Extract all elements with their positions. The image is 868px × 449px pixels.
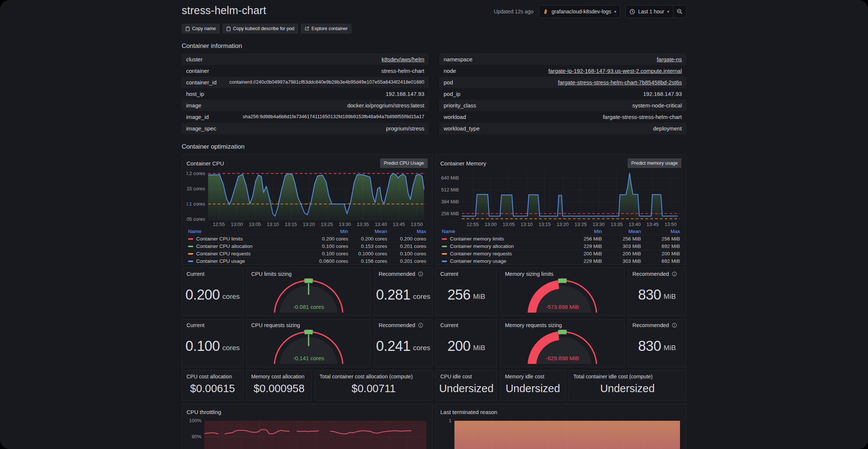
info-row: image_idsha256:9d98b4a6b6d1fe73461741116… [182, 111, 429, 123]
info-icon[interactable] [672, 323, 677, 328]
info-value-link[interactable]: k8sdev/aws/helm [214, 56, 424, 62]
stat-value: 0.200 [185, 287, 220, 303]
copy-kubectl-button[interactable]: Copy kubectl describe for pod [223, 24, 298, 33]
panel-title: Container Memory [440, 160, 486, 167]
svg-text:13:40: 13:40 [629, 222, 641, 227]
zoom-out-button[interactable] [673, 6, 686, 17]
legend-series-marker [188, 253, 193, 255]
clipboard-icon [226, 26, 231, 31]
info-value: 192.168.147.93 [472, 91, 682, 97]
panel-last-terminated-reason: Last terminated reason 1 [435, 404, 686, 449]
datasource-picker[interactable]: grafanacloud-k8sdev-logs ▾ [539, 5, 621, 18]
predict-cpu-usage-button[interactable]: Predict CPU Usage [380, 158, 428, 168]
legend-mean: 200 MiB [602, 251, 641, 256]
stat-title: Recommended [379, 322, 415, 328]
legend-series-toggle[interactable]: Container CPU usage [188, 258, 309, 264]
last-terminated-reason-chart: 1 [440, 416, 681, 449]
stat-value: Undersized [506, 382, 560, 395]
panel-cpu-idle-cost: CPU idle cost Undersized [435, 370, 497, 401]
info-icon[interactable] [418, 271, 423, 277]
stat-title: Total container cost allocation (compute… [320, 374, 413, 379]
svg-text:384 MiB: 384 MiB [441, 199, 459, 204]
panel-title: Container CPU [187, 160, 224, 167]
legend-max: 0.200 cores [387, 236, 426, 242]
svg-text:13:10: 13:10 [267, 222, 279, 227]
stat-value: 256 [447, 287, 470, 303]
gauge-title: Memory requests sizing [505, 322, 562, 328]
legend-series-marker [188, 246, 193, 247]
stat-title: CPU cost allocation [187, 374, 232, 379]
info-key: workload [444, 114, 466, 120]
svg-text:13:40: 13:40 [375, 222, 387, 227]
svg-text:100%: 100% [189, 418, 202, 423]
legend-header-cell: Max [641, 229, 680, 234]
info-key: container_id [186, 79, 217, 85]
time-range-button[interactable]: Last 1 hour ▾ [626, 6, 673, 17]
copy-name-button[interactable]: Copy name [182, 24, 220, 33]
info-row: pod_ip192.168.147.93 [439, 88, 686, 100]
info-value-link[interactable]: fargate-stress-stress-helm-chart-7b85458… [464, 79, 682, 85]
svg-text:12:55: 12:55 [467, 222, 479, 227]
info-value-link[interactable]: fargate-ns [484, 56, 682, 62]
section-container-information: Container information [182, 42, 686, 50]
gauge-title: CPU limits sizing [251, 271, 292, 277]
stat-unit: MiB [473, 344, 485, 352]
info-value: progrium/stress [227, 125, 424, 132]
stat-value: 830 [638, 338, 661, 354]
svg-text:13:45: 13:45 [647, 222, 659, 227]
panel-total-idle-cost: Total container idle cost (compute) Unde… [569, 370, 686, 401]
legend-series-toggle[interactable]: Container memory limits [442, 236, 563, 242]
legend-series-toggle[interactable]: Container CPU limits [188, 236, 309, 242]
chevron-down-icon: ▾ [614, 9, 616, 14]
legend-row: Container CPU requests0.100 cores0.1000 … [187, 250, 428, 257]
legend-series-toggle[interactable]: Container CPU requests [188, 251, 309, 256]
svg-text:1: 1 [449, 418, 451, 423]
legend-row: Container CPU limits0.200 cores0.200 cor… [187, 235, 428, 242]
info-value-link[interactable]: fargate-ip-192-168-147-93.us-west-2.comp… [467, 68, 682, 74]
legend-mean: 0.200 cores [348, 236, 387, 242]
stat-value: $0.00615 [190, 382, 235, 395]
memory-requests-gauge: -629.898 MiB [505, 328, 620, 364]
legend-header: NameMinMeanMax [440, 228, 681, 235]
info-row: clusterk8sdev/aws/helm [182, 54, 429, 65]
cpu-limits-gauge: -0.081 cores [251, 277, 366, 313]
info-icon[interactable] [418, 323, 423, 328]
panel-cpu-throttling: CPU throttling 100%80%60% [182, 404, 433, 449]
stat-value: 0.241 [376, 338, 411, 354]
info-value: deployment [491, 125, 682, 132]
stat-title: Recommended [632, 322, 669, 328]
stat-value: Undersized [600, 382, 655, 395]
legend-min: 0.200 cores [309, 236, 348, 242]
stat-title: Current [187, 271, 204, 277]
predict-memory-usage-button[interactable]: Predict memory usage [628, 158, 681, 168]
panel-cpu-limits-recommended: Recommended 0.281cores [374, 268, 433, 316]
datasource-label: grafanacloud-k8sdev-logs [552, 9, 611, 14]
legend-header-cell: Mean [602, 229, 641, 234]
stat-unit: cores [413, 293, 430, 301]
explore-container-button[interactable]: Explore container [301, 24, 351, 33]
svg-text:0.15 cores: 0.15 cores [187, 186, 205, 191]
legend-series-toggle[interactable]: Container memory usage [442, 258, 563, 264]
legend-min: 229 MiB [563, 243, 602, 249]
legend-series-marker [442, 238, 447, 240]
legend-series-toggle[interactable]: Container memory requests [442, 251, 563, 256]
time-range-label: Last 1 hour [638, 9, 664, 14]
copy-name-label: Copy name [192, 26, 216, 31]
legend-mean: 0.153 cores [348, 243, 387, 249]
info-row: workloadfargate-stress-stress-helm-chart [439, 111, 686, 123]
svg-text:13:10: 13:10 [521, 222, 533, 227]
info-key: container [186, 68, 209, 74]
svg-text:13:35: 13:35 [357, 222, 369, 227]
gauge-title: Memory sizing limits [505, 271, 554, 277]
legend-series-marker [442, 253, 447, 255]
legend-series-marker [188, 261, 193, 262]
legend-series-toggle[interactable]: Container memory allocation [442, 243, 563, 249]
info-icon[interactable] [672, 271, 677, 277]
info-key: image_spec [186, 125, 216, 132]
memory-timeseries-chart: 640 MiB512 MiB384 MiB256 MiB12:5513:0013… [440, 168, 681, 227]
legend-series-toggle[interactable]: Container CPU allocation [188, 243, 309, 249]
dashboard-page: stress-helm-chart Updated 12s ago gra [0, 0, 868, 449]
legend-mean: 303 MiB [602, 258, 641, 264]
stat-title: Memory cost allocation [251, 374, 304, 379]
svg-text:640 MiB: 640 MiB [441, 175, 459, 181]
